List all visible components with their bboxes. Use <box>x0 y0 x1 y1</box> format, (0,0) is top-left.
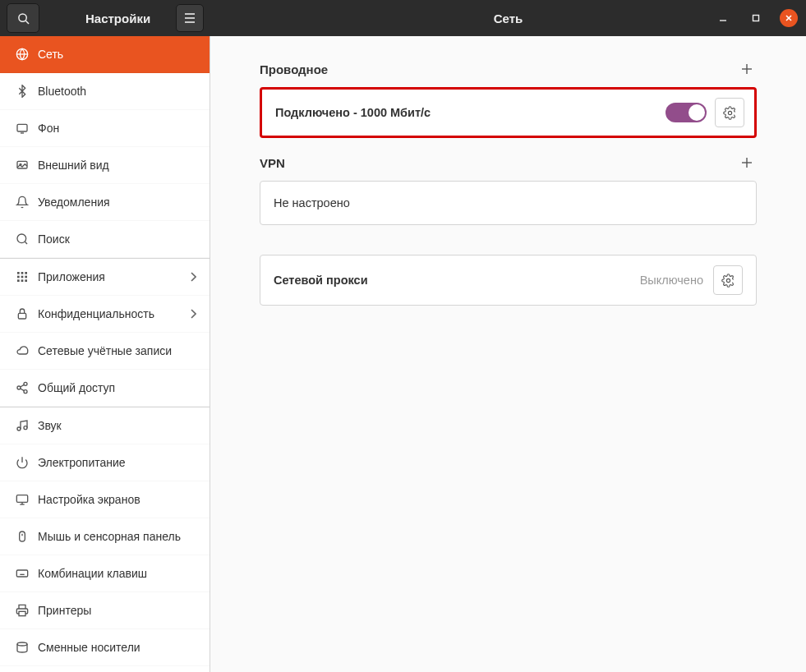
sidebar-item-search[interactable]: Поиск <box>0 221 210 258</box>
sidebar-item-keyboard[interactable]: Комбинации клавиш <box>0 555 210 592</box>
apps-icon <box>13 270 31 283</box>
sidebar-title: Настройки <box>85 12 150 25</box>
svg-rect-35 <box>16 495 27 503</box>
vpn-add-button[interactable] <box>737 153 757 173</box>
cloud-icon <box>13 344 31 357</box>
proxy-row: Сетевой прокси Выключено <box>260 255 757 306</box>
svg-point-53 <box>726 278 730 282</box>
sound-icon <box>13 419 31 432</box>
keyboard-icon <box>13 567 31 580</box>
wired-add-button[interactable] <box>737 59 757 79</box>
sidebar-item-sound[interactable]: Звук <box>0 407 210 444</box>
svg-rect-18 <box>21 272 24 274</box>
sidebar-item-label: Фон <box>38 122 59 135</box>
plus-icon <box>741 63 753 75</box>
svg-rect-26 <box>18 313 25 319</box>
svg-rect-17 <box>17 272 20 274</box>
svg-line-31 <box>21 389 25 391</box>
toggle-knob <box>689 104 705 121</box>
sidebar-item-mouse[interactable]: Мышь и сенсорная панель <box>0 518 210 555</box>
sidebar-item-cloud[interactable]: Сетевые учётные записи <box>0 333 210 370</box>
svg-rect-11 <box>17 124 27 131</box>
printer-icon <box>13 604 31 617</box>
sidebar-item-label: Сменные носители <box>38 641 140 654</box>
lock-icon <box>13 307 31 320</box>
chevron-right-icon <box>190 271 196 283</box>
wired-toggle[interactable] <box>666 103 707 122</box>
wired-status-label: Подключено - 1000 Мбит/с <box>275 106 431 119</box>
proxy-settings-button[interactable] <box>713 265 743 295</box>
window-controls <box>714 9 798 27</box>
main-panel: Проводное Подключено - 1000 Мбит/с VPN <box>210 36 806 672</box>
globe-icon <box>13 48 31 61</box>
mouse-icon <box>13 530 31 543</box>
svg-point-15 <box>17 234 26 243</box>
svg-rect-20 <box>17 276 20 278</box>
wired-settings-button[interactable] <box>715 98 744 127</box>
svg-rect-24 <box>21 279 24 282</box>
svg-rect-38 <box>20 532 25 541</box>
sidebar-item-appearance[interactable]: Внешний вид <box>0 147 210 184</box>
sidebar-item-printer[interactable]: Принтеры <box>0 592 210 629</box>
sidebar-item-label: Сеть <box>38 48 63 61</box>
titlebar-left: Настройки <box>0 0 150 36</box>
svg-rect-40 <box>16 570 27 577</box>
sidebar-item-label: Bluetooth <box>38 85 86 98</box>
minimize-button[interactable] <box>714 9 732 27</box>
search-button[interactable] <box>7 3 39 33</box>
sidebar-item-label: Мышь и сенсорная панель <box>38 530 181 543</box>
close-button[interactable] <box>780 9 798 27</box>
sidebar-item-label: Внешний вид <box>38 159 109 172</box>
minimize-icon <box>719 14 727 22</box>
svg-point-50 <box>728 111 731 114</box>
maximize-icon <box>752 14 760 22</box>
sidebar-item-label: Принтеры <box>38 604 91 617</box>
sidebar-item-lock[interactable]: Конфиденциальность <box>0 296 210 333</box>
svg-point-33 <box>24 426 27 430</box>
svg-rect-22 <box>25 276 27 278</box>
search-icon <box>17 12 30 25</box>
svg-rect-46 <box>19 611 25 615</box>
hamburger-menu-button[interactable] <box>176 4 204 32</box>
svg-line-30 <box>21 384 25 387</box>
sidebar-item-displays[interactable]: Настройка экранов <box>0 481 210 518</box>
sidebar-item-globe[interactable]: Сеть <box>0 36 210 73</box>
chevron-right-icon <box>190 308 196 320</box>
sidebar-item-apps[interactable]: Приложения <box>0 259 210 296</box>
share-icon <box>13 381 31 394</box>
sidebar-item-label: Приложения <box>38 270 105 283</box>
settings-window: Настройки Сеть СетьBluetoothФонВнешний в… <box>0 0 806 672</box>
sidebar-item-share[interactable]: Общий доступ <box>0 370 210 407</box>
svg-rect-23 <box>17 279 20 282</box>
svg-point-29 <box>24 390 27 394</box>
proxy-status-label: Выключено <box>640 274 703 287</box>
wired-section-header: Проводное <box>260 59 757 79</box>
svg-rect-25 <box>25 279 27 282</box>
sidebar-item-label: Электропитание <box>38 456 126 469</box>
sidebar-item-background[interactable]: Фон <box>0 110 210 147</box>
sidebar-item-label: Конфиденциальность <box>38 307 154 320</box>
vpn-row: Не настроено <box>260 181 757 225</box>
sidebar-item-bell[interactable]: Уведомления <box>0 184 210 221</box>
svg-point-47 <box>17 642 27 646</box>
svg-rect-6 <box>753 16 759 21</box>
sidebar-item-removable[interactable]: Сменные носители <box>0 629 210 666</box>
proxy-title: Сетевой прокси <box>274 274 368 287</box>
wired-section-title: Проводное <box>260 62 328 76</box>
sidebar-item-label: Настройка экранов <box>38 493 140 506</box>
svg-rect-19 <box>25 272 27 274</box>
maximize-button[interactable] <box>747 9 765 27</box>
bell-icon <box>13 196 31 209</box>
vpn-section-title: VPN <box>260 156 285 170</box>
appearance-icon <box>13 159 31 172</box>
hamburger-icon <box>184 13 196 23</box>
sidebar-item-power[interactable]: Электропитание <box>0 444 210 481</box>
sidebar: СетьBluetoothФонВнешний видУведомленияПо… <box>0 36 210 672</box>
sidebar-item-label: Общий доступ <box>38 381 115 394</box>
vpn-section-header: VPN <box>260 153 757 173</box>
svg-point-28 <box>17 386 21 389</box>
sidebar-item-bluetooth[interactable]: Bluetooth <box>0 73 210 110</box>
sidebar-item-label: Уведомления <box>38 196 110 209</box>
gear-icon <box>721 274 735 288</box>
svg-point-0 <box>18 13 25 21</box>
